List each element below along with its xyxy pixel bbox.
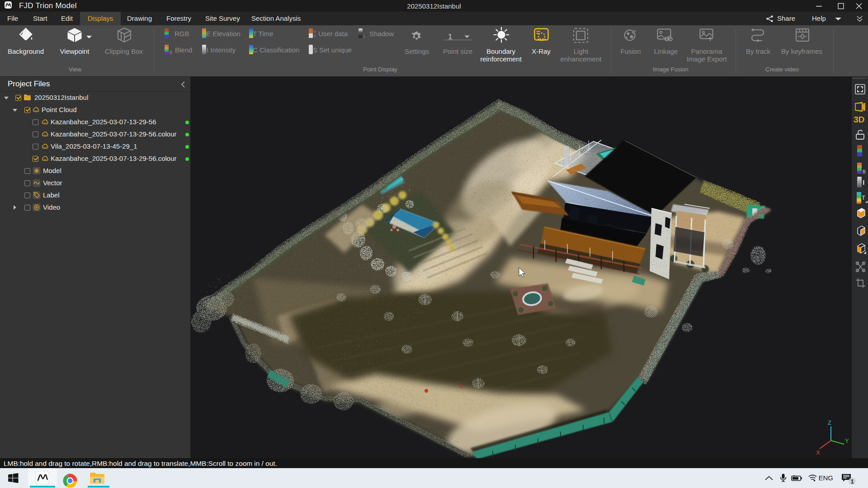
- svg-text:Y: Y: [845, 437, 849, 444]
- svg-text:B: B: [863, 169, 866, 174]
- svg-text:X: X: [816, 449, 820, 456]
- svg-text:L: L: [363, 34, 366, 38]
- svg-text:1: 1: [851, 479, 854, 485]
- svg-text:T: T: [862, 194, 865, 201]
- svg-text:D: D: [313, 34, 316, 38]
- svg-text:B: B: [170, 50, 172, 54]
- svg-text:U: U: [313, 29, 316, 33]
- svg-text:Z: Z: [828, 419, 831, 426]
